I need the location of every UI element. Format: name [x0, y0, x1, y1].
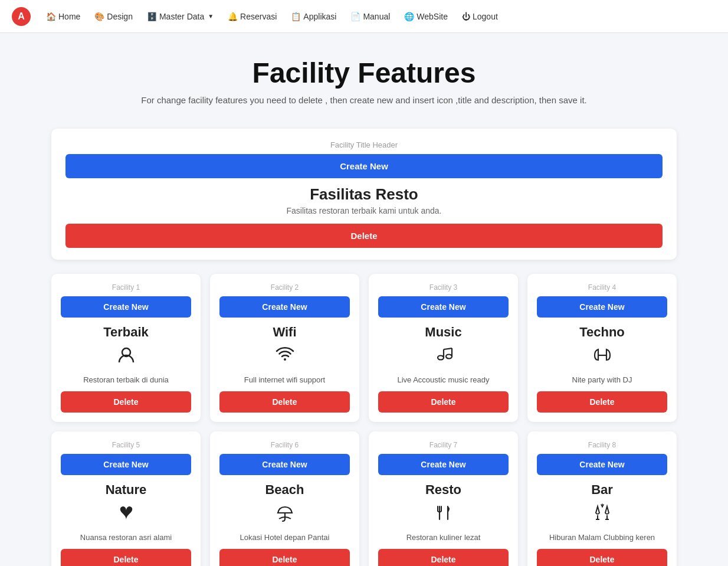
facility-7-create-button[interactable]: Create New — [378, 454, 509, 475]
facility-title-header-label: Facility Title Header — [65, 140, 663, 149]
facility-7-desc: Restoran kuliner lezat — [406, 533, 481, 542]
nav-manual[interactable]: 📄 Manual — [345, 8, 396, 25]
facility-1-desc: Restoran terbaik di dunia — [83, 375, 169, 384]
nav-design[interactable]: 🎨 Design — [88, 8, 139, 25]
facility-7-icon — [433, 502, 454, 528]
facility-card-8: Facility 8 Create New Bar Hib — [527, 431, 677, 566]
facility-7-label: Facility 7 — [429, 441, 457, 449]
header-section-card: Facility Title Header Create New Fasilit… — [51, 129, 677, 260]
facilities-grid: Facility 1 Create New Terbaik Restoran t… — [51, 274, 677, 566]
facility-8-create-button[interactable]: Create New — [537, 454, 667, 475]
facility-8-label: Facility 8 — [588, 441, 616, 449]
facility-4-create-button[interactable]: Create New — [537, 296, 667, 318]
nav-applikasi-label: Applikasi — [303, 12, 336, 21]
facility-3-create-button[interactable]: Create New — [378, 296, 509, 318]
facility-card-6: Facility 6 Create New Beach Lokasi Hotel… — [210, 431, 359, 566]
facility-1-icon — [116, 345, 137, 371]
facility-card-7: Facility 7 Create New Resto Restoran kul… — [369, 431, 518, 566]
header-section-desc: Fasilitas restoran terbaik kami untuk an… — [65, 206, 663, 215]
svg-point-3 — [446, 355, 452, 359]
facility-4-name: Techno — [579, 325, 625, 340]
header-section-title: Fasilitas Resto — [65, 185, 663, 204]
facility-3-delete-button[interactable]: Delete — [378, 391, 509, 413]
header-create-button[interactable]: Create New — [65, 154, 663, 178]
bell-icon: 🔔 — [228, 12, 238, 21]
nav-master-data[interactable]: 🗄️ Master Data ▼ — [141, 8, 219, 25]
page-subtitle: For change facility features you need to… — [51, 95, 677, 105]
facility-5-create-button[interactable]: Create New — [61, 454, 191, 475]
facility-4-label: Facility 4 — [588, 283, 616, 292]
facility-3-label: Facility 3 — [429, 283, 457, 292]
facility-6-create-button[interactable]: Create New — [219, 454, 350, 475]
facility-2-name: Wifi — [273, 325, 296, 340]
database-icon: 🗄️ — [147, 12, 157, 21]
nav-logout-label: Logout — [473, 12, 498, 21]
page-content: Facility Features For change facility fe… — [40, 33, 688, 566]
facility-5-label: Facility 5 — [112, 441, 140, 449]
design-icon: 🎨 — [94, 12, 104, 21]
nav-manual-label: Manual — [363, 12, 390, 21]
page-title: Facility Features — [51, 57, 677, 89]
svg-point-1 — [284, 358, 286, 361]
facility-2-desc: Full internet wifi support — [244, 375, 325, 384]
manual-icon: 📄 — [350, 12, 360, 21]
facility-2-icon — [274, 345, 296, 371]
facility-2-label: Facility 2 — [271, 283, 299, 292]
nav-website-label: WebSite — [417, 12, 448, 21]
facility-7-delete-button[interactable]: Delete — [378, 549, 509, 566]
facility-1-create-button[interactable]: Create New — [61, 296, 191, 318]
facility-6-icon — [274, 502, 296, 528]
facility-2-create-button[interactable]: Create New — [219, 296, 350, 318]
globe-icon: 🌐 — [404, 12, 414, 21]
nav-master-data-label: Master Data — [159, 12, 204, 21]
facility-4-delete-button[interactable]: Delete — [537, 391, 667, 413]
nav-reservasi-label: Reservasi — [240, 12, 277, 21]
facility-8-icon — [592, 502, 613, 528]
facility-6-label: Facility 6 — [271, 441, 299, 449]
facility-card-2: Facility 2 Create New Wifi Full internet… — [210, 274, 359, 422]
app-icon: 📋 — [291, 12, 301, 21]
facility-8-delete-button[interactable]: Delete — [537, 549, 667, 566]
nav-applikasi[interactable]: 📋 Applikasi — [285, 8, 342, 25]
facility-3-icon — [433, 345, 454, 371]
nav-reservasi[interactable]: 🔔 Reservasi — [222, 8, 283, 25]
facility-8-desc: Hiburan Malam Clubbing keren — [549, 533, 655, 542]
nav-design-label: Design — [107, 12, 133, 21]
facility-card-4: Facility 4 Create New Techno Nite party … — [527, 274, 677, 422]
power-icon: ⏻ — [462, 12, 470, 21]
svg-line-6 — [444, 348, 452, 349]
nav-logo: A — [12, 7, 31, 26]
facility-card-1: Facility 1 Create New Terbaik Restoran t… — [51, 274, 201, 422]
facility-8-name: Bar — [591, 482, 613, 498]
facility-3-name: Music — [425, 325, 461, 340]
svg-point-2 — [438, 356, 444, 360]
nav-website[interactable]: 🌐 WebSite — [398, 8, 454, 25]
facility-4-icon — [592, 345, 613, 371]
facility-2-delete-button[interactable]: Delete — [219, 391, 350, 413]
facility-1-name: Terbaik — [103, 325, 149, 340]
nav-home[interactable]: 🏠 Home — [40, 8, 86, 25]
facility-1-label: Facility 1 — [112, 283, 140, 292]
facility-3-desc: Live Accoustic music ready — [397, 375, 489, 384]
facility-6-desc: Lokasi Hotel depan Pantai — [240, 533, 330, 542]
facility-5-delete-button[interactable]: Delete — [61, 549, 191, 566]
facility-5-name: Nature — [106, 482, 147, 498]
facility-7-name: Resto — [425, 482, 461, 498]
header-delete-button[interactable]: Delete — [65, 224, 663, 248]
chevron-down-icon: ▼ — [208, 13, 214, 19]
facility-5-desc: Nuansa restoran asri alami — [80, 533, 172, 542]
nav-home-label: Home — [58, 12, 80, 21]
navbar: A 🏠 Home 🎨 Design 🗄️ Master Data ▼ 🔔 Res… — [0, 0, 728, 33]
facility-4-desc: Nite party with DJ — [572, 375, 632, 384]
home-icon: 🏠 — [46, 12, 56, 21]
facility-card-3: Facility 3 Create New Music Live Accoust… — [369, 274, 518, 422]
facility-1-delete-button[interactable]: Delete — [61, 391, 191, 413]
facility-6-name: Beach — [265, 482, 304, 498]
facility-6-delete-button[interactable]: Delete — [219, 549, 350, 566]
facility-5-icon — [116, 502, 137, 528]
nav-logout[interactable]: ⏻ Logout — [456, 8, 504, 25]
facility-card-5: Facility 5 Create New Nature Nuansa rest… — [51, 431, 201, 566]
